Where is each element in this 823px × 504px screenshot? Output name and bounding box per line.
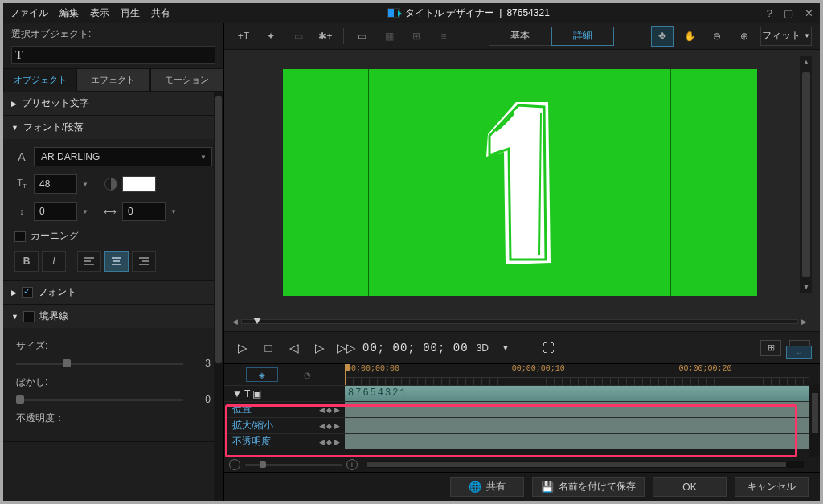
text-object-icon: T [15,48,23,62]
play-icon[interactable]: ▷ [234,341,252,355]
collapse-toggle[interactable]: ⌵ [786,346,812,359]
tracking-input[interactable]: 0 [122,202,166,221]
menu-file[interactable]: ファイル [10,6,48,20]
timeline-track-scale[interactable]: 拡大/縮小◀ ◆ ▶ [224,417,809,433]
help-icon[interactable]: ? [767,7,772,19]
keyframe-nav[interactable]: ◀ ◆ ▶ [319,438,340,446]
menu-share[interactable]: 共有 [151,6,170,20]
tl-zoom-slider[interactable] [245,464,342,466]
panel-scrollbar[interactable] [214,92,223,501]
globe-icon: 🌐 [469,481,481,493]
tab-object[interactable]: オブジェクト [3,68,76,92]
mode-basic-button[interactable]: 基本 [489,27,551,46]
app-title: タイトル デザイナー | 87654321 [182,6,755,20]
tab-motion[interactable]: モーション [150,68,223,92]
keyframe-mode-diamond[interactable]: ◈ [246,367,278,382]
timeline-track-title[interactable]: ▼ T ▣ 87654321 [224,385,809,401]
preview-hscrollbar[interactable] [241,319,798,324]
playback-bar: ▷ □ ◁ ▷ ▷▷ 00; 00; 00; 00 3D ▼ ⛶ ⊞ ▭ [224,331,820,363]
menu-view[interactable]: 表示 [90,6,109,20]
add-text-icon[interactable]: +T [232,26,255,47]
border-blur-value: 0 [191,394,211,405]
font-size-input[interactable]: 48 [34,174,77,194]
font-family-select[interactable]: AR DARLING▼ [34,147,212,166]
footer: 🌐共有 💾名前を付けて保存 OK キャンセル [224,472,820,501]
timeline-track-position[interactable]: 位置◀ ◆ ▶ [224,401,809,417]
selection-box[interactable]: T [11,46,215,64]
timeline-playhead[interactable] [345,364,346,385]
keyframe-nav[interactable]: ◀ ◆ ▶ [319,406,340,414]
grid-icon[interactable]: ▦ [378,26,400,47]
timeline: ◈ ◔ 00;00;00;00 00;00;00;10 00;00;00;20 … [224,363,820,472]
grid-view-icon[interactable]: ⊞ [760,340,781,356]
section-font-paragraph[interactable]: ▼フォント/段落 [3,116,223,139]
add-image-icon[interactable]: ▭ [287,26,309,47]
tl-hscrollbar[interactable] [367,461,804,468]
keyframe-mode-clock[interactable]: ◔ [291,367,323,382]
hscroll-left-icon[interactable]: ◀ [232,318,238,326]
add-particle-icon[interactable]: ✦ [260,26,282,47]
hscroll-right-icon[interactable]: ▶ [801,318,807,326]
fullscreen-icon[interactable]: ⛶ [540,341,558,354]
zoom-in-icon[interactable]: ⊕ [733,26,755,47]
hand-tool-icon[interactable]: ✋ [678,26,701,47]
font-enable-checkbox[interactable] [22,287,33,298]
font-color-swatch[interactable] [122,176,156,192]
close-icon[interactable]: ✕ [805,7,813,19]
stop-icon[interactable]: □ [260,341,277,354]
section-border[interactable]: ▼境界線 [3,305,223,328]
toolbar: +T ✦ ▭ ✱+ ▭ ▦ ⊞ ≡ 基本 詳細 ✥ ✋ ⊖ ⊕ フィット▼ [224,23,820,50]
border-enable-checkbox[interactable] [23,311,35,322]
next-frame-icon[interactable]: ▷ [311,341,329,355]
font-family-icon: A [14,150,29,163]
prev-frame-icon[interactable]: ◁ [285,341,303,355]
save-as-button[interactable]: 💾名前を付けて保存 [532,477,645,497]
move-tool-icon[interactable]: ✥ [651,26,674,47]
border-size-slider[interactable] [16,363,183,365]
snap-icon[interactable]: ⊞ [405,26,428,47]
tl-zoom-out-icon[interactable]: − [229,459,240,470]
border-blur-slider[interactable] [16,399,183,401]
safe-zone-icon[interactable]: ▭ [350,26,373,47]
selection-label: 選択オブジェクト: [3,23,223,44]
fast-forward-icon[interactable]: ▷▷ [337,341,354,355]
tl-zoom-in-icon[interactable]: + [346,459,358,470]
section-preset[interactable]: ▶プリセット文字 [3,92,223,115]
add-effect-icon[interactable]: ✱+ [314,26,337,47]
bold-button[interactable]: B [14,251,39,272]
zoom-out-icon[interactable]: ⊖ [706,26,728,47]
ok-button[interactable]: OK [653,477,727,497]
tab-effect[interactable]: エフェクト [76,68,149,92]
timeline-ruler[interactable]: 00;00;00;00 00;00;00;10 00;00;00;20 [345,364,809,385]
share-button[interactable]: 🌐共有 [450,477,524,497]
align-left-button[interactable] [77,251,101,272]
section-font[interactable]: ▶フォント [3,281,223,304]
line-height-icon: ↕ [14,207,29,216]
tl-vscrollbar[interactable] [810,385,820,457]
maximize-icon[interactable]: ▢ [784,7,793,19]
zoom-fit-select[interactable]: フィット▼ [760,27,812,46]
align-center-button[interactable] [104,251,129,272]
align-right-button[interactable] [132,251,156,272]
line-height-input[interactable]: 0 [34,202,77,221]
timeline-track-opacity[interactable]: 不透明度◀ ◆ ▶ [224,433,809,449]
title-text-object[interactable] [456,86,584,279]
color-mode-icon[interactable] [104,178,117,191]
border-blur-label: ぼかし: [16,375,211,389]
3d-chevron-icon[interactable]: ▼ [497,343,514,352]
preview-vscrollbar[interactable]: ▲ ▼ [800,56,812,293]
keyframe-nav[interactable]: ◀ ◆ ▶ [319,422,340,430]
align-icon[interactable]: ≡ [432,26,455,47]
cancel-button[interactable]: キャンセル [735,477,809,497]
mode-advanced-button[interactable]: 詳細 [551,27,614,46]
save-icon: 💾 [541,481,554,493]
tracking-icon: ⟷ [103,207,117,217]
kerning-checkbox[interactable] [14,231,26,242]
app-icon [387,8,400,18]
menu-play[interactable]: 再生 [121,6,140,20]
preview-canvas[interactable]: ▲ ▼ [227,53,812,312]
font-size-icon: TT [14,178,29,190]
italic-button[interactable]: I [42,251,66,272]
menu-edit[interactable]: 編集 [59,6,79,20]
timecode-display[interactable]: 00; 00; 00; 00 [362,342,469,354]
